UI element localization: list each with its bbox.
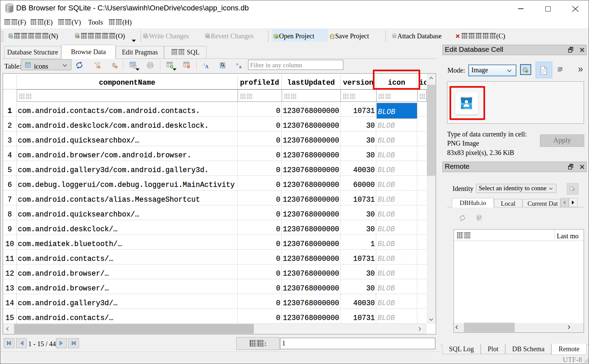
svg-text:a: a <box>239 64 241 69</box>
svg-text:b: b <box>236 62 238 66</box>
svg-text:A: A <box>205 64 209 69</box>
